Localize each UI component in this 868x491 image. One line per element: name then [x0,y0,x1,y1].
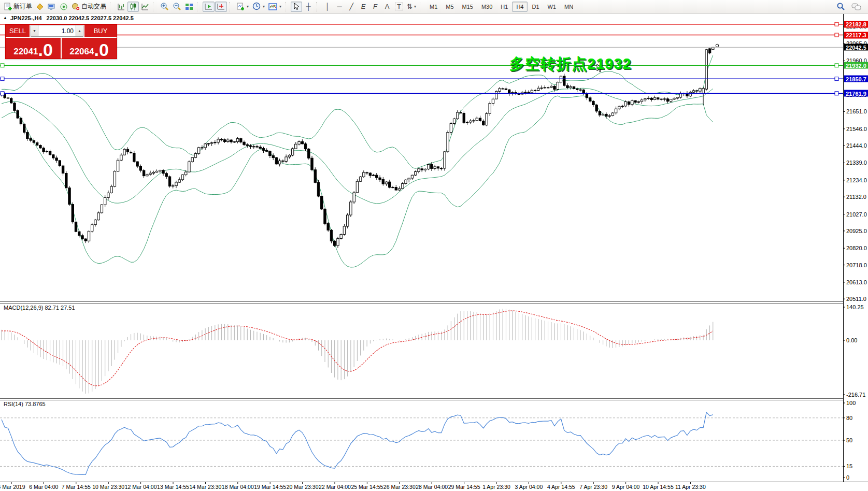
price-level-line[interactable] [0,22,843,26]
macd-scale-label: 140.25 [846,304,864,310]
rsi-scale-label: 15 [846,463,852,469]
price-level-badge: 21932.0 [844,62,868,69]
volume-decrease-button[interactable]: ▾ [31,25,38,37]
price-tick-label: 21651.0 [846,108,867,114]
bid-price-badge: 22042.5 [844,44,868,51]
time-tick-label: 12 Mar 04:00 [125,484,157,490]
time-tick-label: 11 Apr 23:30 [675,484,706,490]
time-tick-label: 22 Mar 04:00 [319,484,351,490]
macd-scale-label: -216.71 [846,392,865,398]
price-tick-label: 21546.0 [846,126,867,132]
price-tick-label: 20613.0 [846,279,867,285]
bid-price-main: 22041 [13,47,38,56]
price-level-badge: 21850.7 [844,76,868,82]
time-tick-label: 1 Apr 23:30 [482,484,510,490]
time-tick-label: 7 Mar 14:55 [62,484,91,490]
time-tick-label: 28 Mar 04:00 [416,484,448,490]
rsi-indicator-label: RSI(14) 73.8765 [4,401,46,407]
rsi-scale-label: 80 [846,415,852,421]
price-level-line[interactable] [0,77,843,81]
ask-price-main: 22064 [69,47,94,56]
macd-indicator-label: MACD(12,26,9) 82.71 27.51 [4,305,75,311]
chart-text-annotation[interactable]: 多空转折点21932 [509,54,632,75]
symbol-period-label: JPN225-,H4 [10,15,42,21]
mt4-window: 新订单 自动交易 [0,0,868,491]
time-tick-label: 14 Mar 23:30 [189,484,221,490]
price-tick-label: 20511.0 [846,296,866,302]
time-tick-label: 18 Mar 04:00 [222,484,254,490]
time-tick-label: 4 Apr 14:55 [547,484,575,490]
buy-button[interactable]: BUY [84,25,117,37]
time-tick-label: 20 Mar 23:30 [287,484,319,490]
price-tick-label: 20820.0 [846,245,867,251]
volume-input[interactable] [38,25,76,37]
time-tick-label: 13 Mar 14:55 [157,484,189,490]
chart-window-title: ▲ JPN225-,H4 22030.0 22042.5 22027.5 220… [3,15,134,21]
price-tick-label: 21027.0 [846,211,867,218]
time-tick-label: 19 Mar 14:55 [254,484,286,490]
bollinger-bands [2,55,713,267]
sell-button[interactable]: SELL [6,25,30,37]
one-click-trade-panel: SELL ▾ ▴ BUY 22041.0 22064.0 [5,24,117,59]
price-tick-label: 21132.0 [846,194,866,200]
time-tick-label: 25 Mar 14:55 [351,484,383,490]
price-tick-label: 20925.0 [846,228,867,234]
volume-spinner: ▾ ▴ [31,25,83,37]
time-tick-label: 7 Apr 23:30 [579,484,607,490]
bid-price-fraction: .0 [38,43,52,57]
time-tick-label: 6 Mar 04:00 [29,484,58,490]
price-tick-label: 20718.0 [846,262,867,268]
ohlc-values: 22030.0 22042.5 22027.5 22042.5 [47,15,134,21]
rsi-scale-label: 50 [846,437,852,443]
price-tick-label: 21234.0 [846,177,867,183]
rsi-scale-label: 0 [846,474,849,481]
price-level-badge: 22182.8 [844,21,868,27]
chart-canvas [0,0,868,491]
time-tick-label: 10 Apr 14:55 [643,484,674,490]
time-tick-label: 29 Mar 14:55 [448,484,480,490]
rsi-scale-label: 100 [846,400,856,406]
volume-increase-button[interactable]: ▴ [76,25,83,37]
collapse-triangle-icon[interactable]: ▲ [3,16,7,20]
time-tick-label: 9 Apr 04:00 [612,484,640,490]
time-tick-label: 10 Mar 23:30 [92,484,124,490]
time-tick-label: 26 Mar 23:30 [383,484,416,490]
ask-price-fraction: .0 [94,43,108,57]
bid-price-display[interactable]: 22041.0 [6,38,61,59]
price-level-badge: 21761.9 [844,90,868,97]
price-level-line[interactable] [0,64,843,67]
time-tick-label: 3 Apr 04:00 [515,484,543,490]
time-tick-label: 4 Mar 2019 [0,484,25,490]
price-tick-label: 21339.0 [846,160,867,166]
macd-scale-label: 0.00 [846,337,857,343]
ask-price-display[interactable]: 22064.0 [62,38,117,59]
rsi-line [2,412,713,474]
price-level-badge: 22117.3 [844,32,868,38]
current-bar-marker [716,44,719,47]
candlesticks [1,47,714,248]
price-level-line[interactable] [0,92,843,95]
price-tick-label: 21444.0 [846,142,867,149]
price-level-line[interactable] [0,33,843,37]
